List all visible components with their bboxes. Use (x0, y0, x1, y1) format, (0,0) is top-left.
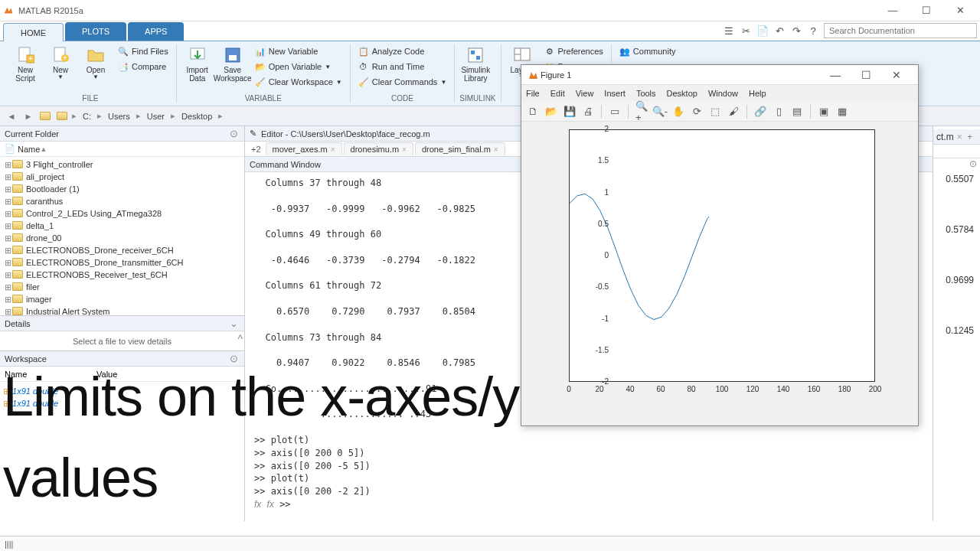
close-tab-icon[interactable]: × (331, 145, 335, 154)
edit-plot-icon[interactable]: ▭ (608, 105, 622, 119)
ws-col-value[interactable]: Value (92, 368, 122, 380)
ribbon-tab-plots[interactable]: PLOTS (65, 22, 126, 41)
folder-item[interactable]: ⊞drone_00 (0, 232, 244, 244)
link-plot-icon[interactable]: 🔗 (753, 105, 767, 119)
back-button[interactable]: ◄ (5, 109, 18, 123)
editor-tab[interactable]: drone_sim_final.m× (415, 142, 505, 155)
figure-menu-item[interactable]: Help (749, 89, 766, 98)
open-figure-icon[interactable]: 📂 (544, 105, 558, 119)
ws-col-name[interactable]: Name (0, 368, 92, 380)
up-folder-icon[interactable] (38, 109, 52, 123)
redo-icon[interactable]: ↷ (790, 24, 802, 37)
folder-item[interactable]: ⊞caranthus (0, 195, 244, 207)
figure-minimize-button[interactable]: — (820, 69, 851, 81)
save-figure-icon[interactable]: 💾 (563, 105, 577, 119)
search-documentation-input[interactable] (824, 23, 977, 38)
resize-handle-icon[interactable]: ^ (237, 333, 243, 345)
new-script-button[interactable]: +New Script (9, 44, 41, 84)
folder-item[interactable]: ⊞imager (0, 293, 244, 305)
panel-collapse-icon[interactable]: ⌄ (228, 318, 240, 329)
minimize-button[interactable]: — (876, 0, 910, 21)
copy-icon[interactable]: 📄 (756, 24, 769, 37)
pan-icon[interactable]: ✋ (671, 105, 685, 119)
new-button[interactable]: +New▼ (44, 44, 77, 83)
figure-menu-item[interactable]: Window (708, 89, 738, 98)
ribbon-tab-home[interactable]: HOME (3, 23, 64, 41)
forward-button[interactable]: ► (21, 109, 35, 123)
preferences-button[interactable]: ⚙Preferences (541, 44, 606, 58)
simulink-library-button[interactable]: Simulink Library (459, 44, 492, 84)
close-tab-icon[interactable]: × (402, 145, 407, 154)
plot-axes[interactable] (569, 129, 875, 382)
folder-item[interactable]: ⊞Industrial Alert System (0, 305, 244, 315)
figure-menu-item[interactable]: Insert (604, 89, 626, 98)
y-tick-label: 2 (578, 125, 609, 133)
path-crumb[interactable]: User (144, 110, 168, 122)
folder-item[interactable]: ⊞Bootloader (1) (0, 183, 244, 195)
new-variable-button[interactable]: 📊New Variable (252, 44, 345, 58)
folder-item[interactable]: ⊞Control_2_LEDs Using_ATmega328 (0, 207, 244, 220)
new-figure-icon[interactable]: 🗋 (526, 105, 540, 119)
maximize-button[interactable]: ☐ (910, 0, 943, 21)
editor-tab[interactable]: mover_axes.m× (266, 142, 342, 155)
ribbon-tab-apps[interactable]: APPS (128, 22, 184, 41)
close-tab-icon[interactable]: × (494, 145, 498, 154)
browse-folder-icon[interactable] (55, 109, 69, 123)
import-data-button[interactable]: Import Data (181, 44, 214, 84)
path-crumb[interactable]: Desktop (178, 110, 215, 122)
panel-dropdown-icon[interactable]: ⊙ (228, 353, 240, 364)
folder-item[interactable]: ⊞3 Flight_controller (0, 158, 244, 171)
run-and-time-button[interactable]: ⏱Run and Time (355, 60, 450, 73)
panel-dropdown-icon[interactable]: ⊙ (228, 128, 240, 139)
workspace-variable-row[interactable]: ⊞ 1x91 double (3, 397, 241, 409)
cut-icon[interactable]: ✂ (740, 24, 752, 37)
folder-item[interactable]: ⊞filer (0, 281, 244, 293)
name-column-header[interactable]: Name (18, 145, 40, 154)
undo-icon[interactable]: ↶ (773, 24, 786, 37)
compare-button[interactable]: 📑Compare (115, 60, 172, 73)
folder-item[interactable]: ⊞ELECTRONOBS_Drone_transmitter_6CH (0, 256, 244, 269)
figure-menu-item[interactable]: Desktop (667, 89, 697, 98)
shortcuts-icon[interactable]: ☰ (723, 24, 735, 37)
figure-menu-item[interactable]: Edit (550, 89, 565, 98)
hide-plot-tools-icon[interactable]: ▣ (817, 105, 831, 119)
add-tab-icon[interactable]: + (967, 132, 972, 142)
figure-menu-item[interactable]: View (576, 89, 594, 98)
folder-item[interactable]: ⊞ali_project (0, 171, 244, 183)
figure-menu-item[interactable]: Tools (636, 89, 656, 98)
folder-item[interactable]: ⊞delta_1 (0, 220, 244, 232)
tab-overflow-indicator[interactable]: +2 (248, 143, 264, 155)
editor-tab[interactable]: ct.m (936, 132, 954, 142)
rotate-icon[interactable]: ⟳ (690, 105, 704, 119)
community-button[interactable]: 👥Community (616, 44, 679, 58)
close-tab-icon[interactable]: × (957, 132, 962, 142)
help-icon[interactable]: ? (807, 24, 819, 37)
open-variable-button[interactable]: 📂Open Variable ▼ (252, 60, 345, 73)
close-button[interactable]: ✕ (943, 0, 977, 21)
brush-icon[interactable]: 🖌 (727, 105, 740, 119)
folder-item[interactable]: ⊞ELECTRONOBS_Receiver_test_6CH (0, 269, 244, 281)
workspace-variable-row[interactable]: ⊞ 1x91 double (3, 385, 241, 397)
path-drive[interactable]: C: (80, 110, 94, 122)
find-files-button[interactable]: 🔍Find Files (115, 44, 172, 58)
panel-dropdown-icon[interactable]: ⊙ (969, 158, 977, 169)
show-plot-tools-icon[interactable]: ▦ (835, 105, 849, 119)
insert-colorbar-icon[interactable]: ▯ (772, 105, 786, 119)
print-figure-icon[interactable]: 🖨 (581, 105, 595, 119)
editor-tab[interactable]: dronesimu.m× (344, 142, 413, 155)
zoom-out-icon[interactable]: 🔍- (653, 105, 667, 119)
analyze-code-button[interactable]: 📋Analyze Code (355, 44, 450, 58)
clear-workspace-button[interactable]: 🧹Clear Workspace ▼ (252, 75, 345, 89)
folder-item[interactable]: ⊞ELECTRONOBS_Drone_receiver_6CH (0, 244, 244, 256)
figure-maximize-button[interactable]: ☐ (851, 69, 881, 81)
figure-window[interactable]: Figure 1 — ☐ ✕ FileEditViewInsertToolsDe… (521, 64, 919, 426)
open-button[interactable]: Open▼ (80, 44, 112, 83)
path-crumb[interactable]: Users (105, 110, 133, 122)
zoom-in-icon[interactable]: 🔍+ (635, 105, 648, 119)
clear-commands-button[interactable]: 🧹Clear Commands ▼ (355, 75, 450, 89)
figure-menu-item[interactable]: File (526, 89, 540, 98)
figure-close-button[interactable]: ✕ (881, 69, 912, 81)
save-workspace-button[interactable]: Save Workspace (217, 44, 249, 84)
insert-legend-icon[interactable]: ▤ (790, 105, 804, 119)
data-cursor-icon[interactable]: ⬚ (708, 105, 722, 119)
